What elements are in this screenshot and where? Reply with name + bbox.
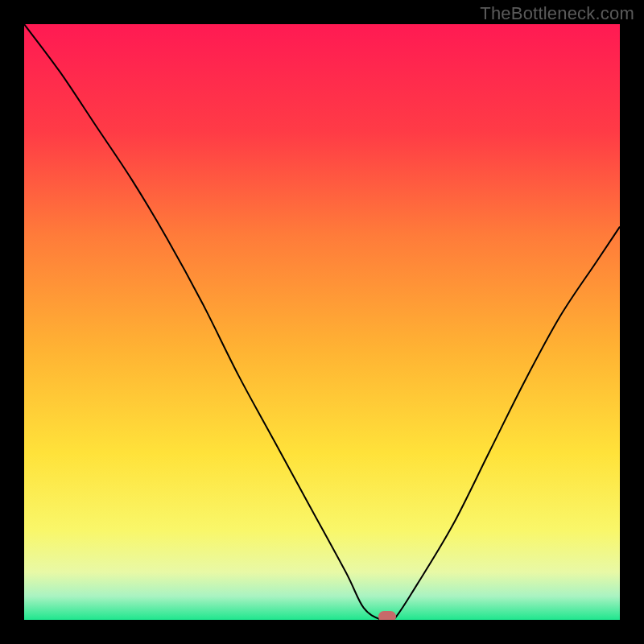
curve-path	[24, 24, 620, 620]
plot-area	[24, 24, 620, 620]
optimal-point-marker	[378, 611, 396, 620]
watermark-text: TheBottleneck.com	[480, 3, 634, 24]
bottleneck-curve	[24, 24, 620, 620]
chart-frame: TheBottleneck.com	[0, 0, 644, 644]
